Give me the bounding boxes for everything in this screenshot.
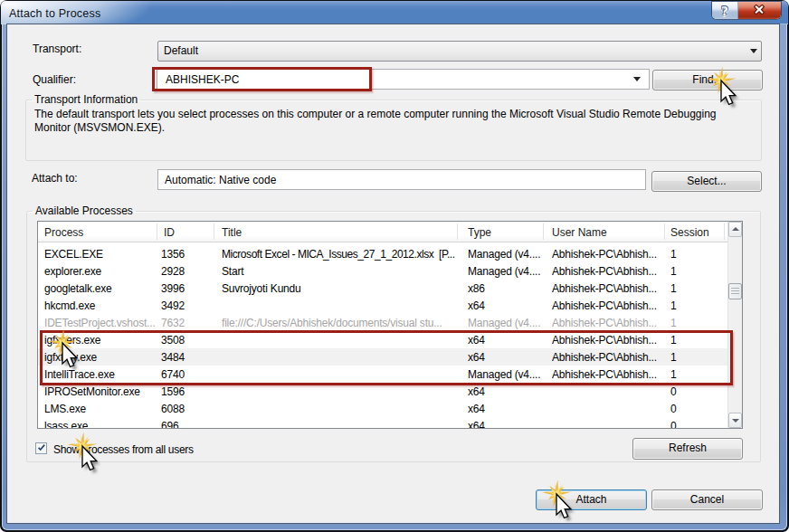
svg-text:?: ?	[721, 4, 728, 18]
